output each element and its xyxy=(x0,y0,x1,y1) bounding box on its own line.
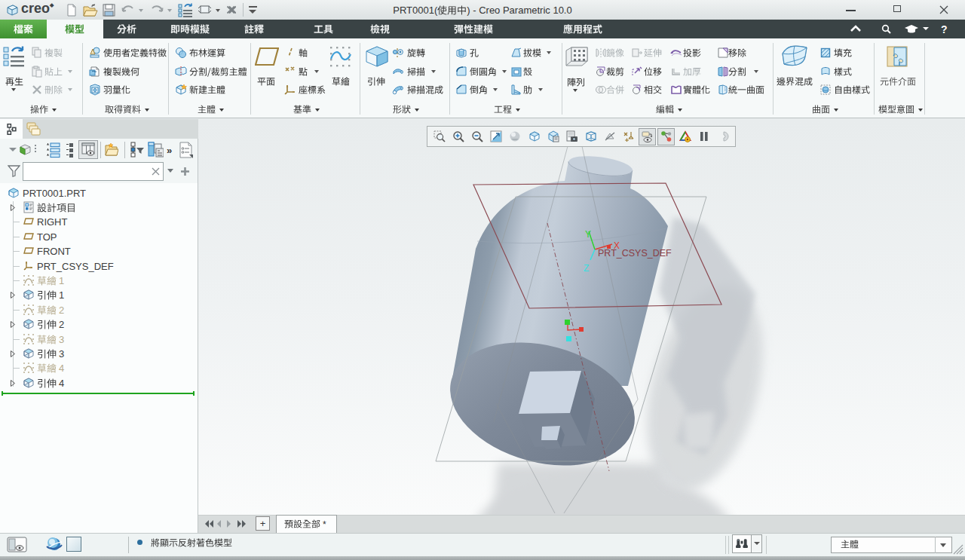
svg-text:Y: Y xyxy=(585,229,591,240)
svg-text:PRT_CSYS_DEF: PRT_CSYS_DEF xyxy=(598,248,672,259)
svg-text:Z: Z xyxy=(584,263,589,274)
